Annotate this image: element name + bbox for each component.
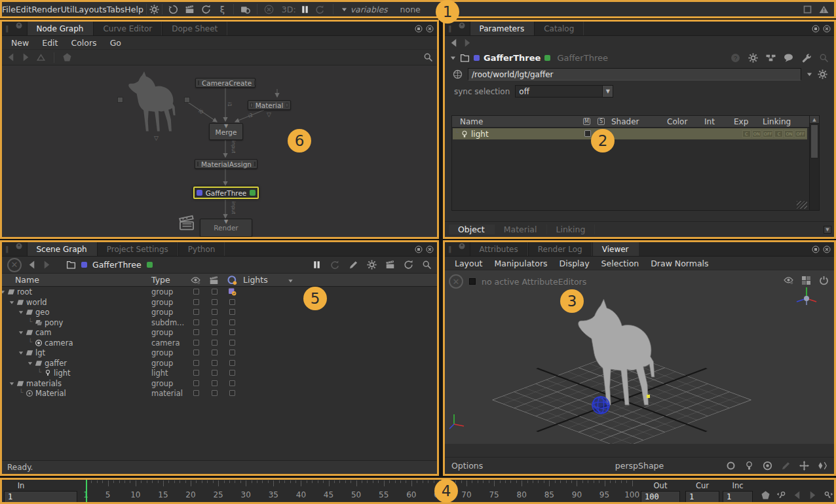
cur-frame-input[interactable]: 1 xyxy=(685,491,719,503)
refresh-icon[interactable] xyxy=(404,260,413,270)
visibility-checkbox[interactable] xyxy=(193,319,199,325)
next-key-icon[interactable] xyxy=(824,490,833,500)
render-column-icon[interactable] xyxy=(209,276,219,285)
viewer-menu-item-display[interactable]: Display xyxy=(554,259,596,268)
gear-icon[interactable] xyxy=(818,69,827,79)
viewer-menu-item-layout[interactable]: Layout xyxy=(449,259,489,268)
flag-icon[interactable] xyxy=(761,490,770,500)
window-icon[interactable] xyxy=(803,5,812,14)
pony-node-output-port[interactable] xyxy=(184,97,190,103)
node-state-swatch[interactable] xyxy=(544,55,550,61)
search-icon[interactable] xyxy=(819,53,829,63)
render-checkbox[interactable] xyxy=(212,329,218,335)
linking-button-c[interactable]: C xyxy=(742,130,751,137)
lights-checkbox[interactable] xyxy=(229,319,235,325)
viewer-tab-attributes[interactable]: Attributes xyxy=(470,242,528,256)
expander-icon[interactable] xyxy=(9,300,14,305)
root-location-input[interactable]: /root/world/lgt/gaffer xyxy=(468,68,801,81)
parameters-tab-catalog[interactable]: Catalog xyxy=(534,22,584,35)
drag-handle-icon[interactable]: ‖ xyxy=(445,22,454,35)
pentagon-icon[interactable] xyxy=(62,52,72,62)
render-checkbox[interactable] xyxy=(212,340,218,346)
clear-icon[interactable]: ✕ xyxy=(7,258,22,272)
render-checkbox[interactable] xyxy=(212,289,218,295)
minimize-icon[interactable] xyxy=(415,25,423,33)
node-merge[interactable]: ▼Merge xyxy=(209,123,243,140)
light-row[interactable]: └ light CONOFFCONOFF xyxy=(453,128,807,139)
menubar-item-layouts[interactable]: Layouts xyxy=(75,5,107,14)
viewer-tab-render-log[interactable]: Render Log xyxy=(528,242,592,256)
visibility-checkbox[interactable] xyxy=(193,309,199,315)
lights-checkbox[interactable] xyxy=(229,390,235,396)
gear-icon[interactable] xyxy=(149,5,159,14)
diamond-icon[interactable] xyxy=(818,461,827,471)
combo-arrow-icon[interactable]: ▼ xyxy=(824,226,831,234)
minimize-icon[interactable] xyxy=(812,25,820,33)
tree-row-pony[interactable]: └ponysubdm... xyxy=(2,317,437,328)
drag-handle-icon[interactable]: ‖ xyxy=(2,242,11,256)
tree-row-world[interactable]: worldgroup xyxy=(2,297,437,308)
close-icon[interactable] xyxy=(426,245,434,253)
scroll-up-icon[interactable]: ▲ xyxy=(810,116,819,124)
clapper-icon[interactable] xyxy=(185,5,195,14)
gear-icon[interactable] xyxy=(367,260,377,270)
tree-row-root[interactable]: rootgroup xyxy=(2,287,437,297)
refresh-icon[interactable] xyxy=(201,5,211,14)
hook-icon[interactable]: ξ xyxy=(218,5,227,14)
expander-icon[interactable] xyxy=(18,350,24,355)
visibility-checkbox[interactable] xyxy=(193,360,199,366)
node-graph-menu-item-colors[interactable]: Colors xyxy=(64,38,103,48)
in-frame-input[interactable]: 1 xyxy=(4,491,77,503)
pin-icon[interactable] xyxy=(15,22,23,29)
lights-checkbox[interactable] xyxy=(229,329,235,335)
scenegraph-location-icon[interactable] xyxy=(453,69,463,79)
scrollbar-thumb[interactable] xyxy=(810,124,818,158)
col-exp[interactable]: Exp xyxy=(734,116,748,128)
output-port[interactable] xyxy=(254,81,256,85)
tree-row-cam[interactable]: camgroup xyxy=(2,327,437,338)
sync-selection-dropdown[interactable]: off ▼ xyxy=(515,85,613,98)
node-graph-tab-curve-editor[interactable]: Curve Editor xyxy=(93,22,162,35)
gaffer-tab-material[interactable]: Material xyxy=(495,225,547,234)
render-checkbox[interactable] xyxy=(212,380,218,386)
col-mute[interactable]: M xyxy=(583,118,590,125)
pin-icon[interactable] xyxy=(458,22,466,29)
recycle-icon[interactable] xyxy=(168,5,178,14)
output-port[interactable] xyxy=(254,162,256,166)
menubar-item-util[interactable]: Util xyxy=(61,5,75,14)
close-icon[interactable] xyxy=(426,25,434,33)
tree-row-material[interactable]: └Materialmaterial xyxy=(2,388,437,399)
tree-row-light[interactable]: └lightlight xyxy=(2,368,437,378)
drag-handle-icon[interactable]: ‖ xyxy=(445,242,454,256)
step-back-icon[interactable] xyxy=(792,490,802,500)
power-icon[interactable] xyxy=(819,276,829,285)
render-checkbox[interactable] xyxy=(212,350,218,355)
clear-icon[interactable]: ✕ xyxy=(449,274,463,289)
lightbulb-icon[interactable] xyxy=(744,461,754,471)
visibility-checkbox[interactable] xyxy=(193,370,199,376)
back-icon[interactable] xyxy=(6,52,16,62)
wrench-icon[interactable] xyxy=(801,53,811,63)
visibility-checkbox[interactable] xyxy=(193,390,199,396)
expander-icon[interactable] xyxy=(9,381,14,386)
tree-row-gaffer[interactable]: gaffergroup xyxy=(2,358,437,369)
drag-handle-icon[interactable]: ‖ xyxy=(2,22,11,35)
menubar-item-help[interactable]: Help xyxy=(124,5,143,14)
node-graph-menu-item-new[interactable]: New xyxy=(5,38,35,48)
visibility-column-icon[interactable] xyxy=(191,276,200,285)
gear-icon[interactable] xyxy=(748,53,758,63)
visibility-checkbox[interactable] xyxy=(193,299,199,305)
tree-row-camera[interactable]: └cameracamera xyxy=(2,338,437,348)
variables-value[interactable]: none xyxy=(400,5,421,14)
up-icon[interactable] xyxy=(36,52,46,62)
render-checkbox[interactable] xyxy=(212,319,218,325)
search-icon[interactable] xyxy=(422,260,432,270)
node-render[interactable]: ▼Render xyxy=(200,219,252,237)
node-cameracreate[interactable]: CameraCreate xyxy=(195,78,256,88)
node-graph-menu-item-go[interactable]: Go xyxy=(104,38,128,48)
clapper-icon[interactable] xyxy=(385,260,395,270)
close-icon[interactable] xyxy=(823,245,831,253)
node-color-swatch[interactable] xyxy=(474,55,480,61)
menubar-item-render[interactable]: Render xyxy=(31,5,61,14)
node-materialassign[interactable]: MaterialAssign xyxy=(195,159,257,169)
